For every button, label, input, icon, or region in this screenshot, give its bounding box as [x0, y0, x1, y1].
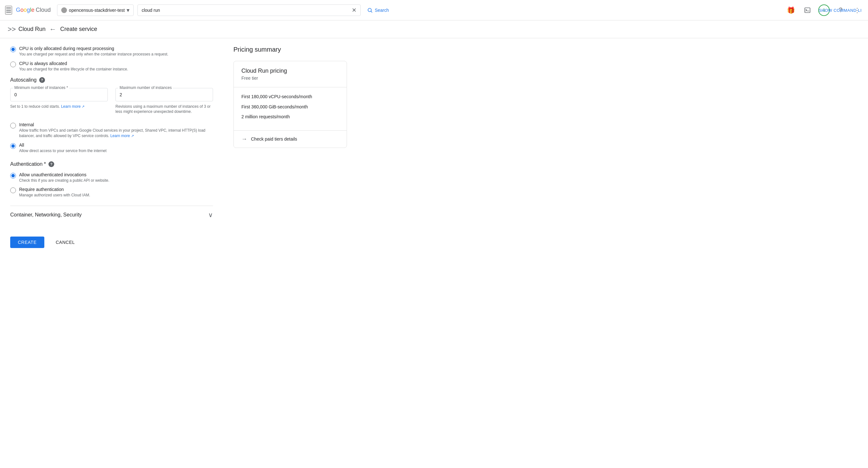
project-icon [61, 7, 67, 13]
autoscaling-title: Autoscaling ? [10, 77, 213, 83]
max-instances-hint: Revisions using a maximum number of inst… [116, 104, 213, 115]
cpu-option-2-desc: You are charged for the entire lifecycle… [19, 67, 128, 72]
cpu-option-2-radio[interactable] [10, 62, 16, 67]
min-instances-learn-more-link[interactable]: Learn more ↗ [61, 104, 85, 109]
traffic-all: All Allow direct access to your service … [10, 143, 213, 154]
external-link-icon: ↗ [82, 104, 85, 108]
max-instances-input[interactable] [120, 92, 209, 97]
autoscaling-help-icon[interactable]: ? [39, 77, 45, 83]
pricing-section: Pricing summary Cloud Run pricing Free t… [223, 38, 357, 261]
action-buttons: CREATE CANCEL [10, 231, 213, 253]
min-instances-input[interactable] [14, 92, 104, 97]
pricing-footer-link: Check paid tiers details [251, 136, 297, 142]
project-name: opencensus-stackdriver-test [69, 8, 125, 13]
auth-require-desc: Manage authorized users with Cloud IAM. [19, 192, 90, 198]
terminal-button[interactable] [802, 4, 813, 16]
terminal-icon [804, 7, 811, 13]
auth-unauthenticated-desc: Check this if you are creating a public … [19, 178, 110, 183]
cpu-option-1: CPU is only allocated during request pro… [10, 46, 213, 57]
cloud-run-title: Cloud Run [19, 26, 45, 33]
container-networking-section[interactable]: Container, Networking, Security ∨ [10, 206, 213, 224]
min-instances-hint: Set to 1 to reduce cold starts. Learn mo… [10, 104, 108, 110]
pricing-card-title: Cloud Run pricing [241, 68, 339, 74]
project-selector[interactable]: opencensus-stackdriver-test ▾ [57, 4, 134, 16]
auth-unauthenticated: Allow unauthenticated invocations Check … [10, 172, 213, 183]
authentication-help-icon[interactable]: ? [49, 161, 54, 167]
authentication-title: Authentication * ? [10, 161, 213, 167]
auth-require: Require authentication Manage authorized… [10, 187, 213, 198]
cancel-button[interactable]: CANCEL [48, 237, 83, 248]
svg-line-1 [371, 11, 372, 12]
authentication-section: Authentication * ? Allow unauthenticated… [10, 161, 213, 198]
clear-search-icon[interactable]: ✕ [352, 7, 356, 14]
pricing-item-vcpu: First 180,000 vCPU-seconds/month [241, 94, 339, 100]
traffic-internal-label: Internal [19, 122, 213, 127]
min-instances-group: Minimum number of instances * Set to 1 t… [10, 88, 108, 115]
traffic-all-radio[interactable] [10, 143, 16, 149]
traffic-external-link-icon: ↗ [131, 134, 134, 138]
traffic-all-desc: Allow direct access to your service from… [19, 148, 106, 154]
cpu-option-2-label: CPU is always allocated [19, 61, 128, 66]
pricing-item-requests: 2 million requests/month [241, 114, 339, 120]
pricing-card-header: Cloud Run pricing Free tier [234, 61, 347, 87]
back-arrow-button[interactable]: ← [50, 25, 57, 33]
cpu-option-1-desc: You are charged per request and only whe… [19, 52, 168, 57]
main-content: CPU is only allocated during request pro… [0, 38, 868, 261]
traffic-group: Internal Allow traffic from VPCs and cer… [10, 122, 213, 153]
search-bar: ✕ [137, 4, 361, 16]
min-instances-label: Minimum number of instances * [13, 86, 69, 90]
auth-unauthenticated-radio[interactable] [10, 173, 16, 179]
pricing-item-gib: First 360,000 GiB-seconds/month [241, 104, 339, 110]
pricing-card-body: First 180,000 vCPU-seconds/month First 3… [234, 87, 347, 131]
max-instances-container: Maximum number of instances [116, 88, 213, 101]
cpu-option-2: CPU is always allocated You are charged … [10, 61, 213, 72]
max-instances-group: Maximum number of instances Revisions us… [116, 88, 213, 115]
search-button[interactable]: Search [365, 6, 391, 14]
hamburger-menu-button[interactable]: ☰ [5, 6, 12, 15]
pricing-card: Cloud Run pricing Free tier First 180,00… [234, 61, 347, 148]
traffic-internal-radio[interactable] [10, 123, 16, 128]
second-navigation: >> Cloud Run ← Create service [0, 21, 868, 38]
search-icon [367, 7, 373, 13]
auth-unauthenticated-label: Allow unauthenticated invocations [19, 172, 110, 177]
cpu-allocation-group: CPU is only allocated during request pro… [10, 46, 213, 72]
search-input[interactable] [142, 8, 349, 13]
traffic-internal: Internal Allow traffic from VPCs and cer… [10, 122, 213, 139]
top-navigation: ☰ Google Cloud opencensus-stackdriver-te… [0, 0, 868, 21]
autoscaling-section: Autoscaling ? Minimum number of instance… [10, 77, 213, 115]
pricing-free-tier: Free tier [241, 75, 339, 81]
gift-button[interactable]: 🎁 [785, 4, 797, 16]
google-cloud-logo: Google Cloud [16, 7, 51, 13]
max-instances-label: Maximum number of instances [118, 86, 173, 90]
traffic-internal-desc: Allow traffic from VPCs and certain Goog… [19, 128, 213, 139]
svg-rect-2 [805, 8, 810, 12]
traffic-section: Internal Allow traffic from VPCs and cer… [10, 122, 213, 153]
project-chevron-icon: ▾ [127, 7, 129, 14]
form-section: CPU is only allocated during request pro… [0, 38, 223, 261]
logo-chevrons-icon: >> [8, 25, 16, 33]
cloud-run-logo: >> Cloud Run [8, 25, 45, 33]
auth-require-radio[interactable] [10, 187, 16, 193]
cpu-option-1-label: CPU is only allocated during request pro… [19, 46, 168, 51]
min-instances-container: Minimum number of instances * [10, 88, 108, 101]
create-button[interactable]: CREATE [10, 237, 44, 248]
pricing-card-footer[interactable]: → Check paid tiers details [234, 131, 347, 148]
traffic-all-label: All [19, 143, 106, 148]
show-command-button[interactable]: SHOW COMMAND LI [812, 0, 868, 21]
container-section-title: Container, Networking, Security [10, 212, 82, 218]
traffic-learn-more-link[interactable]: Learn more ↗ [110, 133, 134, 138]
auth-group: Allow unauthenticated invocations Check … [10, 172, 213, 198]
auth-require-label: Require authentication [19, 187, 90, 192]
instance-inputs: Minimum number of instances * Set to 1 t… [10, 88, 213, 115]
arrow-right-icon: → [241, 136, 247, 143]
page-title: Create service [60, 26, 97, 33]
breadcrumb: >> Cloud Run ← Create service [8, 25, 97, 33]
pricing-summary-title: Pricing summary [234, 46, 347, 53]
chevron-down-icon: ∨ [208, 211, 213, 219]
cpu-option-1-radio[interactable] [10, 46, 16, 52]
